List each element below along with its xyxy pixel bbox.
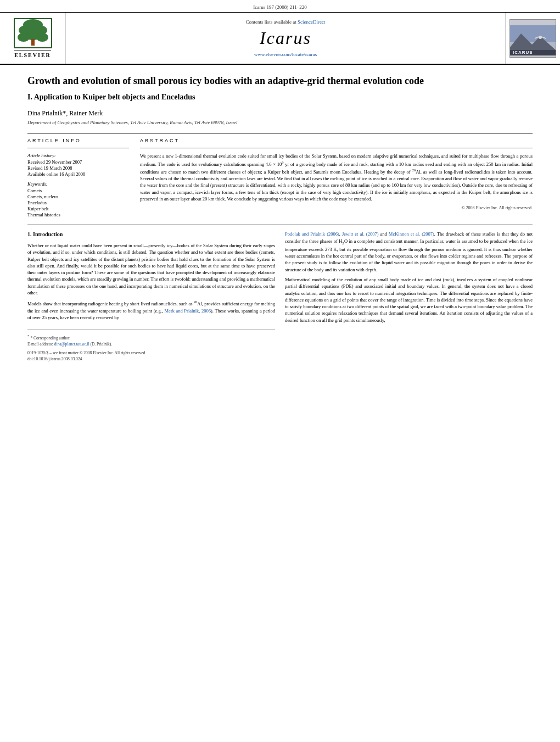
copyright: © 2008 Elsevier Inc. All rights reserved… xyxy=(140,205,533,210)
merk-prialnik-link[interactable]: Merk and Prialnik, 2006 xyxy=(165,308,211,314)
email-link[interactable]: dina@planet.tau.ac.il xyxy=(54,342,91,347)
mckinnon-link[interactable]: McKinnon et al. (2007) xyxy=(389,231,434,237)
received-date: Received 29 November 2007 xyxy=(27,159,129,165)
svg-point-15 xyxy=(539,36,542,39)
page-footer: * * Corresponding author. E-mail address… xyxy=(27,330,275,362)
svg-rect-10 xyxy=(51,18,52,48)
abstract-column: ABSTRACT We present a new 1-dimensional … xyxy=(140,138,533,218)
article-info-column: ARTICLE INFO Article history: Received 2… xyxy=(27,138,129,218)
doi-line: doi:10.1016/j.icarus.2008.03.024 xyxy=(27,356,275,362)
available-date: Available online 16 April 2008 xyxy=(27,171,129,177)
authors: Dina Prialnik*, Rainer Merk xyxy=(27,109,533,118)
history-label: Article history: xyxy=(27,153,129,158)
keyword-2: Comets, nucleus xyxy=(27,194,129,199)
body-right-column: Podolak and Prialnik (2006), Jewitt et a… xyxy=(285,231,533,362)
journal-citation: Icarus 197 (2008) 211–220 xyxy=(0,0,560,13)
info-divider xyxy=(27,148,129,148)
sciencedirect-link[interactable]: ScienceDirect xyxy=(298,19,325,25)
svg-rect-9 xyxy=(14,18,15,48)
intro-heading: 1. Introduction xyxy=(27,231,275,239)
abstract-divider xyxy=(140,148,533,148)
body-columns: 1. Introduction Whether or not liquid wa… xyxy=(27,231,533,362)
keyword-1: Comets xyxy=(27,188,129,193)
keyword-3: Enceladus xyxy=(27,200,129,205)
sciencedirect-prefix: Contents lists available at xyxy=(246,19,296,25)
svg-text:ICARUS: ICARUS xyxy=(513,50,533,55)
issn-line: 0019-1035/$ – see front matter © 2008 El… xyxy=(27,350,275,356)
journal-banner: ELSEVIER Contents lists available at Sci… xyxy=(0,13,560,65)
svg-point-5 xyxy=(36,33,48,42)
article-title: Growth and evolution of small porous icy… xyxy=(27,75,533,87)
icarus-logo-image: ICARUS xyxy=(509,19,556,58)
elsevier-logo-box: ELSEVIER xyxy=(0,13,66,64)
elsevier-label: ELSEVIER xyxy=(14,51,51,58)
journal-title: Icarus xyxy=(260,28,311,48)
keywords-section: Keywords: Comets Comets, nucleus Encelad… xyxy=(27,181,129,217)
right-para-1: Podolak and Prialnik (2006), Jewitt et a… xyxy=(285,231,533,273)
svg-rect-6 xyxy=(31,39,35,46)
intro-para-2: Models show that incorporating radiogeni… xyxy=(27,299,275,321)
keyword-4: Kuiper belt xyxy=(27,206,129,211)
article-info-header: ARTICLE INFO xyxy=(27,138,129,143)
section-divider xyxy=(27,225,533,225)
elsevier-tree-icon xyxy=(14,18,52,48)
article-subtitle: I. Application to Kuiper belt objects an… xyxy=(27,93,533,102)
revised-date: Revised 19 March 2008 xyxy=(27,165,129,171)
journal-center: Contents lists available at ScienceDirec… xyxy=(66,13,505,64)
svg-rect-8 xyxy=(14,47,52,48)
email-line: E-mail address: dina@planet.tau.ac.il (D… xyxy=(27,342,275,348)
divider-top xyxy=(27,133,533,133)
icarus-logo-box: ICARUS xyxy=(505,13,560,64)
body-left-column: 1. Introduction Whether or not liquid wa… xyxy=(27,231,275,362)
podolak-link[interactable]: Podolak and Prialnik (2006) xyxy=(285,231,339,237)
affiliation: Department of Geophysics and Planetary S… xyxy=(27,120,533,125)
right-para-2: Mathematical modeling of the evolution o… xyxy=(285,276,533,323)
keyword-5: Thermal histories xyxy=(27,212,129,217)
sciencedirect-line: Contents lists available at ScienceDirec… xyxy=(246,19,326,25)
citation-text: Icarus 197 (2008) 211–220 xyxy=(253,4,306,10)
abstract-text: We present a new 1-dimensional thermal e… xyxy=(140,153,533,202)
page: Icarus 197 (2008) 211–220 ELSEVIER xyxy=(0,0,560,742)
svg-rect-7 xyxy=(14,18,52,19)
keywords-label: Keywords: xyxy=(27,181,129,187)
journal-url[interactable]: www.elsevier.com/locate/icarus xyxy=(254,52,317,57)
svg-point-4 xyxy=(18,33,30,42)
sciencedirect-link-text: ScienceDirect xyxy=(298,19,325,25)
abstract-header: ABSTRACT xyxy=(140,138,533,143)
article-info-abstract-row: ARTICLE INFO Article history: Received 2… xyxy=(27,138,533,218)
footnote-corresponding: * * Corresponding author. xyxy=(27,333,275,341)
article-content: Growth and evolution of small porous icy… xyxy=(0,65,560,373)
intro-para-1: Whether or not liquid water could have b… xyxy=(27,242,275,297)
jewitt-link[interactable]: Jewitt et al. (2007) xyxy=(342,231,378,237)
